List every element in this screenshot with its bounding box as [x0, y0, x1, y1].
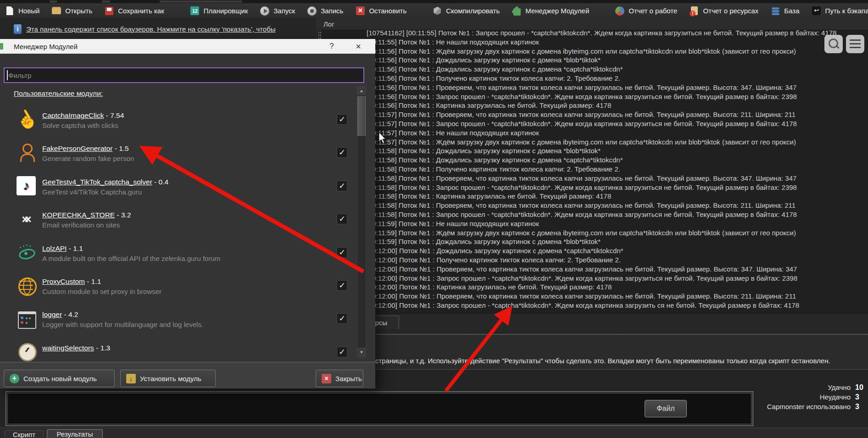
dialog-titlebar[interactable]: Менеджер Модулей ? ×: [0, 39, 375, 54]
open-icon: [51, 6, 61, 16]
close-dialog-button[interactable]: × Закрыть: [316, 370, 363, 387]
waiting-icon: [17, 342, 37, 362]
log-line: [00:11:58] Поток №1 : Проверяем, что кар…: [317, 201, 868, 210]
toolbar-button-modules[interactable]: Менеджер Модулей: [512, 6, 589, 16]
log-panel: Лог [107541162] [00:11:55] Поток №1 : За…: [317, 18, 868, 314]
module-checkbox[interactable]: ✓: [337, 114, 347, 125]
scroll-down-icon[interactable]: ▼: [357, 348, 366, 357]
run-stats: Удачно 10 Неудачно 3 Capmonster использо…: [767, 383, 867, 412]
toolbar-button-open[interactable]: Открыть: [51, 6, 92, 16]
report-work-icon: [615, 6, 625, 16]
module-name-link[interactable]: ProxyCustom: [42, 277, 85, 285]
toolbar-label: Отчет о работе: [629, 7, 677, 15]
toolbar-button-run[interactable]: Запуск: [260, 6, 295, 16]
log-line: [00:12:00] Поток №1 : Проверяем, что кар…: [317, 292, 868, 301]
log-line: [00:12:00] Поток №1 : Проверяем, что кар…: [317, 265, 868, 274]
log-line: [00:11:57] Поток №1 : Проверяем, что кар…: [317, 110, 868, 119]
module-checkbox[interactable]: ✓: [337, 313, 347, 324]
module-name-link[interactable]: waitingSelectors: [42, 344, 94, 352]
log-line: [00:11:58] Поток №1 : Дождались загрузку…: [317, 155, 868, 165]
status-hint-text: страницы, и т.д. Используйте действие "Р…: [375, 357, 830, 365]
module-version: 4.2: [62, 310, 78, 318]
close-icon[interactable]: ×: [348, 39, 369, 54]
toolbar-button-stop[interactable]: Остановить: [355, 6, 406, 16]
create-module-button[interactable]: + Создать новый модуль: [4, 370, 115, 387]
toolbar-label: База: [784, 7, 799, 15]
menu-icon[interactable]: [846, 35, 864, 53]
module-name-link[interactable]: logger: [42, 310, 62, 318]
tab-script[interactable]: Скрипт: [5, 430, 44, 438]
file-button[interactable]: Файл: [645, 400, 687, 417]
module-checkbox[interactable]: ✓: [337, 280, 347, 291]
log-line: [00:11:56] Поток №1 : Запрос прошел - *c…: [317, 92, 868, 101]
stat-label: Удачно: [828, 383, 851, 391]
toolbar-button-new[interactable]: Новый: [5, 6, 39, 16]
scroll-up-icon[interactable]: ▲: [357, 86, 366, 95]
module-row: ProxyCustom1.1 Custom module to set prox…: [0, 277, 375, 308]
window-tab-mark: [160, 0, 242, 3]
toolbar-button-report-res[interactable]: Отчет о ресурсах: [689, 6, 758, 16]
toolbar-label: Скомпилировать: [446, 7, 500, 15]
module-row: logger4.2 Logger with support for multil…: [0, 310, 375, 341]
module-checkbox[interactable]: ✓: [337, 181, 347, 191]
toolbar-label: Запись: [321, 7, 343, 15]
info-icon: i: [14, 24, 22, 34]
module-description: Generate random fake person: [42, 155, 134, 162]
toolbar-button-report-work[interactable]: Отчет о работе: [615, 6, 677, 16]
log-line: [00:11:58] Поток №1 : Получено картинок …: [317, 165, 868, 174]
log-line: [00:12:00] Поток №1 : Получено картинок …: [317, 255, 868, 265]
lolz-icon: [17, 243, 37, 263]
user-modules-header: Пользовательские модули:: [14, 89, 103, 98]
module-version: 1.1: [67, 244, 83, 252]
toolbar-button-saveas[interactable]: Сохранить как: [104, 6, 164, 16]
module-name-link[interactable]: LolzAPI: [42, 244, 67, 252]
scrollbar-thumb[interactable]: [357, 96, 366, 136]
module-list-scrollbar[interactable]: ▲ ▼: [357, 86, 366, 357]
log-lines-viewport[interactable]: [107541162] [00:11:55] Поток №1 : Запрос…: [317, 30, 868, 314]
toolbar-button-compile[interactable]: Скомпилировать: [432, 6, 500, 16]
module-checkbox[interactable]: ✓: [337, 214, 347, 224]
log-header: Лог: [317, 18, 868, 30]
module-name-link[interactable]: CaptchaImageClick: [42, 111, 104, 119]
module-checkbox[interactable]: ✓: [337, 347, 347, 357]
new-icon: [5, 6, 15, 16]
log-line: [00:11:58] Поток №1 : Запрос прошел - *c…: [317, 210, 868, 219]
module-checkbox[interactable]: ✓: [337, 247, 347, 258]
module-version: 1.1: [85, 277, 101, 285]
result-box-content[interactable]: Файл: [8, 394, 751, 423]
module-name-link[interactable]: GeeTestv4_TikTok_captcha_solver: [42, 178, 152, 186]
log-line: [00:11:59] Поток №1 : Ждём загрузку двух…: [317, 228, 868, 238]
toolbar-button-backup[interactable]: Путь к бэкапам: [812, 6, 868, 16]
module-description: A module built on the official API of th…: [42, 255, 220, 262]
toolbar-button-record[interactable]: Запись: [307, 6, 343, 16]
stat-label: Capmonster использовано: [767, 403, 851, 410]
toolbar-label: Планировщик: [204, 7, 248, 15]
log-line: [00:11:56] Поток №1 : Получено картинок …: [317, 74, 868, 83]
log-line: [00:11:56] Поток №1 : Дождались загрузку…: [317, 65, 868, 74]
module-version: 1.5: [112, 144, 128, 152]
modules-icon: [512, 6, 522, 16]
module-name-link[interactable]: KOPEECHKA_STORE: [42, 211, 115, 219]
toolbar-button-scheduler[interactable]: Планировщик: [190, 6, 248, 16]
stat-label: Неудачно: [820, 393, 851, 401]
search-icon[interactable]: [824, 35, 843, 53]
result-box: Файл: [6, 391, 753, 426]
module-text: FakePersonGenerator1.5 Generate random f…: [42, 144, 134, 162]
module-name-link[interactable]: FakePersonGenerator: [42, 144, 112, 152]
browser-info-text: Эта панель содержит список браузеров. На…: [26, 25, 276, 33]
install-module-button[interactable]: ↓ Установить модуль: [120, 370, 216, 387]
toolbar-button-database[interactable]: База: [770, 6, 799, 16]
module-text: waitingSelectors1.3: [42, 344, 110, 352]
plus-icon: +: [10, 374, 19, 383]
stop-icon: [355, 6, 365, 16]
toolbar-label: Запуск: [273, 7, 295, 15]
module-checkbox[interactable]: ✓: [337, 147, 347, 158]
help-button[interactable]: ?: [321, 39, 342, 54]
stat-value: 3: [855, 393, 867, 401]
tab-results[interactable]: Результаты: [47, 429, 103, 438]
dialog-icon: [0, 43, 3, 50]
log-line: [00:11:57] Поток №1 : Запрос прошел - *c…: [317, 119, 868, 128]
module-text: GeeTestv4_TikTok_captcha_solver0.4 GeeTe…: [42, 178, 168, 196]
filter-input[interactable]: [4, 67, 364, 83]
log-line: [00:11:57] Поток №1 : Не нашли подходящи…: [317, 128, 868, 138]
